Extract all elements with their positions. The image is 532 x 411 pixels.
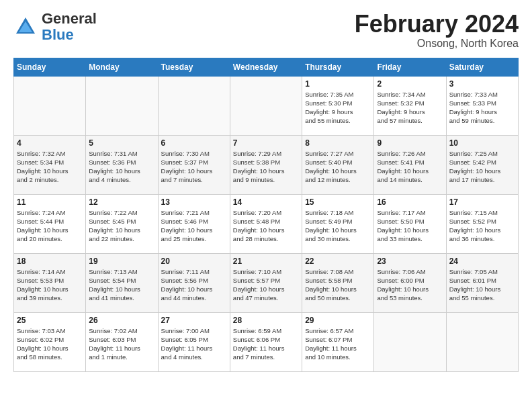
day-info: Sunrise: 7:05 AM Sunset: 6:01 PM Dayligh…	[449, 267, 515, 303]
page-header: General Blue February 2024 Onsong, North…	[13, 11, 519, 50]
day-number: 29	[305, 316, 371, 325]
day-number: 5	[89, 138, 154, 148]
day-number: 10	[449, 138, 515, 148]
calendar-cell: 15Sunrise: 7:18 AM Sunset: 5:49 PM Dayli…	[302, 194, 374, 253]
day-info: Sunrise: 7:18 AM Sunset: 5:49 PM Dayligh…	[305, 208, 371, 244]
day-number: 11	[17, 197, 83, 207]
day-number: 3	[449, 79, 515, 89]
calendar-cell: 10Sunrise: 7:25 AM Sunset: 5:42 PM Dayli…	[446, 135, 518, 194]
col-header-saturday: Saturday	[446, 58, 518, 76]
day-number: 22	[305, 257, 371, 266]
day-info: Sunrise: 7:10 AM Sunset: 5:57 PM Dayligh…	[233, 267, 299, 303]
day-number: 21	[233, 257, 299, 266]
day-info: Sunrise: 7:25 AM Sunset: 5:42 PM Dayligh…	[449, 149, 515, 185]
day-info: Sunrise: 7:11 AM Sunset: 5:56 PM Dayligh…	[161, 267, 227, 303]
title-block: February 2024 Onsong, North Korea	[355, 11, 519, 50]
calendar-cell: 18Sunrise: 7:14 AM Sunset: 5:53 PM Dayli…	[14, 253, 86, 312]
day-number: 24	[449, 257, 515, 266]
day-number: 27	[161, 316, 227, 325]
logo-text: General Blue	[42, 11, 97, 43]
calendar-cell: 22Sunrise: 7:08 AM Sunset: 5:58 PM Dayli…	[302, 253, 374, 312]
calendar-cell	[158, 76, 230, 135]
calendar-cell	[14, 76, 86, 135]
calendar-cell	[374, 312, 446, 371]
calendar-cell: 6Sunrise: 7:30 AM Sunset: 5:37 PM Daylig…	[158, 135, 230, 194]
calendar-cell	[86, 76, 158, 135]
calendar-cell: 8Sunrise: 7:27 AM Sunset: 5:40 PM Daylig…	[302, 135, 374, 194]
col-header-monday: Monday	[86, 58, 158, 76]
calendar-cell	[446, 312, 518, 371]
calendar-week-row: 1Sunrise: 7:35 AM Sunset: 5:30 PM Daylig…	[14, 76, 519, 135]
calendar-cell: 29Sunrise: 6:57 AM Sunset: 6:07 PM Dayli…	[302, 312, 374, 371]
logo-icon	[13, 15, 38, 39]
day-info: Sunrise: 7:27 AM Sunset: 5:40 PM Dayligh…	[305, 149, 371, 185]
calendar-cell: 24Sunrise: 7:05 AM Sunset: 6:01 PM Dayli…	[446, 253, 518, 312]
day-info: Sunrise: 7:03 AM Sunset: 6:02 PM Dayligh…	[17, 326, 83, 362]
col-header-tuesday: Tuesday	[158, 58, 230, 76]
day-info: Sunrise: 7:06 AM Sunset: 6:00 PM Dayligh…	[377, 267, 443, 303]
day-info: Sunrise: 7:14 AM Sunset: 5:53 PM Dayligh…	[17, 267, 83, 303]
day-number: 14	[233, 197, 299, 207]
day-info: Sunrise: 7:32 AM Sunset: 5:34 PM Dayligh…	[17, 149, 83, 185]
calendar-week-row: 11Sunrise: 7:24 AM Sunset: 5:44 PM Dayli…	[14, 194, 519, 253]
day-number: 4	[17, 138, 83, 148]
day-info: Sunrise: 7:24 AM Sunset: 5:44 PM Dayligh…	[17, 208, 83, 244]
day-number: 13	[161, 197, 227, 207]
calendar-week-row: 25Sunrise: 7:03 AM Sunset: 6:02 PM Dayli…	[14, 312, 519, 371]
calendar-title: February 2024	[355, 11, 519, 38]
day-number: 23	[377, 257, 443, 266]
calendar-cell: 1Sunrise: 7:35 AM Sunset: 5:30 PM Daylig…	[302, 76, 374, 135]
day-number: 19	[89, 257, 154, 266]
calendar-cell: 21Sunrise: 7:10 AM Sunset: 5:57 PM Dayli…	[230, 253, 302, 312]
calendar-cell: 25Sunrise: 7:03 AM Sunset: 6:02 PM Dayli…	[14, 312, 86, 371]
calendar-cell: 20Sunrise: 7:11 AM Sunset: 5:56 PM Dayli…	[158, 253, 230, 312]
logo: General Blue	[13, 11, 97, 43]
day-number: 17	[449, 197, 515, 207]
day-number: 18	[17, 257, 83, 266]
calendar-cell: 12Sunrise: 7:22 AM Sunset: 5:45 PM Dayli…	[86, 194, 158, 253]
col-header-friday: Friday	[374, 58, 446, 76]
day-number: 9	[377, 138, 443, 148]
calendar-cell: 13Sunrise: 7:21 AM Sunset: 5:46 PM Dayli…	[158, 194, 230, 253]
day-number: 6	[161, 138, 227, 148]
day-info: Sunrise: 7:20 AM Sunset: 5:48 PM Dayligh…	[233, 208, 299, 244]
day-info: Sunrise: 7:15 AM Sunset: 5:52 PM Dayligh…	[449, 208, 515, 244]
calendar-cell: 28Sunrise: 6:59 AM Sunset: 6:06 PM Dayli…	[230, 312, 302, 371]
calendar-cell	[230, 76, 302, 135]
day-info: Sunrise: 6:59 AM Sunset: 6:06 PM Dayligh…	[233, 326, 299, 362]
calendar-week-row: 18Sunrise: 7:14 AM Sunset: 5:53 PM Dayli…	[14, 253, 519, 312]
calendar-cell: 16Sunrise: 7:17 AM Sunset: 5:50 PM Dayli…	[374, 194, 446, 253]
calendar-cell: 2Sunrise: 7:34 AM Sunset: 5:32 PM Daylig…	[374, 76, 446, 135]
calendar-subtitle: Onsong, North Korea	[355, 38, 519, 50]
calendar-cell: 26Sunrise: 7:02 AM Sunset: 6:03 PM Dayli…	[86, 312, 158, 371]
calendar-cell: 17Sunrise: 7:15 AM Sunset: 5:52 PM Dayli…	[446, 194, 518, 253]
day-number: 2	[377, 79, 443, 89]
day-info: Sunrise: 7:30 AM Sunset: 5:37 PM Dayligh…	[161, 149, 227, 185]
calendar-cell: 7Sunrise: 7:29 AM Sunset: 5:38 PM Daylig…	[230, 135, 302, 194]
calendar-cell: 4Sunrise: 7:32 AM Sunset: 5:34 PM Daylig…	[14, 135, 86, 194]
day-number: 25	[17, 316, 83, 325]
day-info: Sunrise: 7:17 AM Sunset: 5:50 PM Dayligh…	[377, 208, 443, 244]
day-info: Sunrise: 7:13 AM Sunset: 5:54 PM Dayligh…	[89, 267, 154, 303]
day-info: Sunrise: 7:22 AM Sunset: 5:45 PM Dayligh…	[89, 208, 154, 244]
calendar-cell: 9Sunrise: 7:26 AM Sunset: 5:41 PM Daylig…	[374, 135, 446, 194]
day-info: Sunrise: 7:33 AM Sunset: 5:33 PM Dayligh…	[449, 90, 515, 126]
day-info: Sunrise: 7:29 AM Sunset: 5:38 PM Dayligh…	[233, 149, 299, 185]
calendar-cell: 27Sunrise: 7:00 AM Sunset: 6:05 PM Dayli…	[158, 312, 230, 371]
col-header-wednesday: Wednesday	[230, 58, 302, 76]
calendar-cell: 5Sunrise: 7:31 AM Sunset: 5:36 PM Daylig…	[86, 135, 158, 194]
calendar-cell: 14Sunrise: 7:20 AM Sunset: 5:48 PM Dayli…	[230, 194, 302, 253]
calendar-cell: 23Sunrise: 7:06 AM Sunset: 6:00 PM Dayli…	[374, 253, 446, 312]
calendar-cell: 3Sunrise: 7:33 AM Sunset: 5:33 PM Daylig…	[446, 76, 518, 135]
day-number: 26	[89, 316, 154, 325]
day-number: 1	[305, 79, 371, 89]
day-info: Sunrise: 7:34 AM Sunset: 5:32 PM Dayligh…	[377, 90, 443, 126]
day-number: 20	[161, 257, 227, 266]
day-number: 12	[89, 197, 154, 207]
calendar-week-row: 4Sunrise: 7:32 AM Sunset: 5:34 PM Daylig…	[14, 135, 519, 194]
col-header-thursday: Thursday	[302, 58, 374, 76]
day-info: Sunrise: 7:26 AM Sunset: 5:41 PM Dayligh…	[377, 149, 443, 185]
day-info: Sunrise: 7:08 AM Sunset: 5:58 PM Dayligh…	[305, 267, 371, 303]
calendar-cell: 11Sunrise: 7:24 AM Sunset: 5:44 PM Dayli…	[14, 194, 86, 253]
day-info: Sunrise: 7:00 AM Sunset: 6:05 PM Dayligh…	[161, 326, 227, 362]
